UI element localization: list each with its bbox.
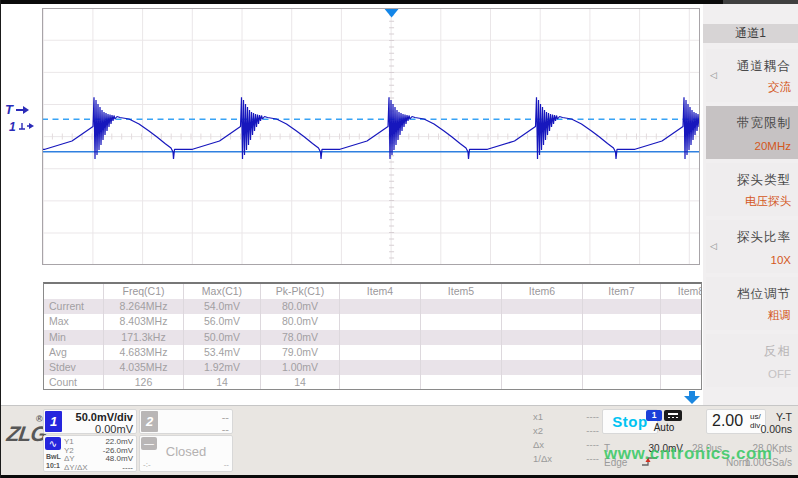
- table-cell: [661, 330, 702, 345]
- trigger-source-badge[interactable]: 1: [646, 410, 662, 421]
- sidebar-item-gear-adjust[interactable]: 档位调节 粗调: [706, 277, 798, 330]
- sidebar-item-value: 20MHz: [755, 140, 791, 152]
- table-cell: 14: [261, 375, 340, 390]
- table-cell: [340, 375, 421, 390]
- sidebar-item-value: 粗调: [768, 308, 791, 323]
- table-header-cell: [44, 284, 104, 299]
- left-border: [0, 0, 1, 478]
- table-cell: [661, 299, 702, 314]
- channel2-status: Closed: [140, 444, 232, 459]
- table-cell: [340, 299, 421, 314]
- delta-y-value: 48.0mV: [105, 454, 133, 463]
- table-cell: [661, 360, 702, 375]
- table-cell: [340, 345, 421, 360]
- table-row-label: Stdev: [44, 360, 104, 375]
- channel1-scale-box[interactable]: 1 50.0mV/div 0.00mV: [43, 409, 137, 434]
- table-cell: 126: [104, 375, 184, 390]
- dy-dx-value: ----: [122, 463, 133, 472]
- cursor-dx-row: Δx----: [533, 439, 599, 451]
- sidebar-item-label: 探头类型: [737, 172, 791, 189]
- timebase-unit-top: us/: [750, 412, 761, 421]
- timebase-box[interactable]: 2.00 us/ div: [706, 409, 766, 434]
- table-cell: [583, 360, 661, 375]
- table-cell: [583, 299, 661, 314]
- sidebar-item-invert: 反相 OFF: [706, 334, 798, 387]
- table-cell: [661, 345, 702, 360]
- cursor-x2-row: x2----: [533, 425, 599, 437]
- waveform-svg: [42, 8, 700, 265]
- channel1-detail-box[interactable]: ∿ BwL 10:1 Y122.0mV Y2-26.0mV ΔY48.0mV Δ…: [43, 435, 137, 472]
- table-cell: 4.035MHz: [104, 360, 184, 375]
- bandwidth-limit-label: BwL: [46, 453, 61, 460]
- sample-rate: 1.00GSa/s: [745, 457, 792, 468]
- table-cell: 79.0mV: [261, 345, 340, 360]
- table-cell: 14: [184, 375, 261, 390]
- sidebar-title: 通道1: [703, 24, 798, 43]
- channel1-volts-per-div: 50.0mV/div: [76, 411, 133, 423]
- table-cell: [340, 330, 421, 345]
- sidebar-item-coupling[interactable]: ◁ 通道耦合 交流: [706, 49, 798, 102]
- table-cell: 8.264MHz: [104, 299, 184, 314]
- table-cell: 1.00mV: [261, 360, 340, 375]
- table-row-label: Avg: [44, 345, 104, 360]
- table-cell: [661, 314, 702, 329]
- waveform-display[interactable]: [42, 8, 700, 265]
- cursor-value: ----: [586, 439, 599, 451]
- table-cell: [661, 375, 702, 390]
- sidebar-item-value: 交流: [768, 80, 791, 95]
- channel2-scale-box[interactable]: 2 -- --: [139, 409, 233, 434]
- trigger-type-label: Edge: [604, 457, 627, 468]
- table-cell: [421, 299, 502, 314]
- table-header-cell: Item6: [502, 284, 583, 299]
- sidebar-item-label: 通道耦合: [737, 58, 791, 75]
- y2-value: -26.0mV: [103, 446, 133, 455]
- sidebar-item-probe-ratio[interactable]: ◁ 探头比率 10X: [706, 220, 798, 273]
- trigger-level-marker[interactable]: T: [5, 102, 30, 117]
- sidebar-item-bandwidth-limit[interactable]: 带宽限制 20MHz: [706, 106, 798, 159]
- oscilloscope-screen: T 1 Freq(C1)Max(C1)Pk-Pk(C1)Item4Item5It…: [0, 0, 798, 478]
- sidebar-item-label: 反相: [764, 343, 791, 360]
- status-bar: ZLG ® 1 50.0mV/div 0.00mV ∿ BwL 10:1 Y12…: [0, 405, 798, 475]
- table-cell: [583, 375, 661, 390]
- sidebar-item-probe-type[interactable]: 探头类型 电压探头: [706, 163, 798, 216]
- cursor-x1-row: x1----: [533, 411, 599, 423]
- table-cell: [421, 330, 502, 345]
- channel2-extra1: -:-: [143, 460, 151, 469]
- arrow-head: [684, 396, 700, 404]
- table-row-label: Min: [44, 330, 104, 345]
- channel1-position-marker[interactable]: 1: [9, 120, 35, 134]
- trigger-delay: 0.00ns: [760, 423, 792, 435]
- table-cell: [421, 375, 502, 390]
- table-cell: 4.683MHz: [104, 345, 184, 360]
- table-cell: 56.0mV: [184, 314, 261, 329]
- sidebar-item-label: 探头比率: [737, 229, 791, 246]
- table-cell: [583, 314, 661, 329]
- table-cell: [502, 345, 583, 360]
- top-border: [0, 0, 798, 4]
- table-header-cell: Item7: [583, 284, 661, 299]
- sidebar-item-value: OFF: [768, 368, 791, 380]
- table-cell: [340, 360, 421, 375]
- probe-ratio-label: 10:1: [46, 462, 60, 469]
- expand-down-arrow-button[interactable]: [684, 391, 700, 404]
- channel2-detail-box[interactable]: — Closed -:- --: [139, 435, 233, 472]
- sidebar-item-value: 电压探头: [745, 194, 791, 209]
- table-cell: 171.3kHz: [104, 330, 184, 345]
- chevron-left-icon: ◁: [710, 70, 717, 80]
- table-cell: 53.4mV: [184, 345, 261, 360]
- table-row: Count1261414: [44, 375, 701, 390]
- channel2-extra2: --: [224, 460, 229, 469]
- right-arrow-icon: [16, 105, 30, 115]
- cursor-label: x2: [533, 425, 543, 437]
- cursor-label: Δx: [533, 439, 544, 451]
- table-cell: [421, 314, 502, 329]
- table-header-cell: Freq(C1): [104, 284, 184, 299]
- y1-value: 22.0mV: [105, 437, 133, 446]
- trigger-marker-label: T: [5, 102, 13, 117]
- table-header-cell: Max(C1): [184, 284, 261, 299]
- table-cell: [421, 345, 502, 360]
- cursor-value: ----: [586, 453, 599, 465]
- table-cell: [502, 299, 583, 314]
- cursor-inv-dx-row: 1/Δx----: [533, 453, 599, 465]
- rising-edge-icon: [641, 456, 659, 467]
